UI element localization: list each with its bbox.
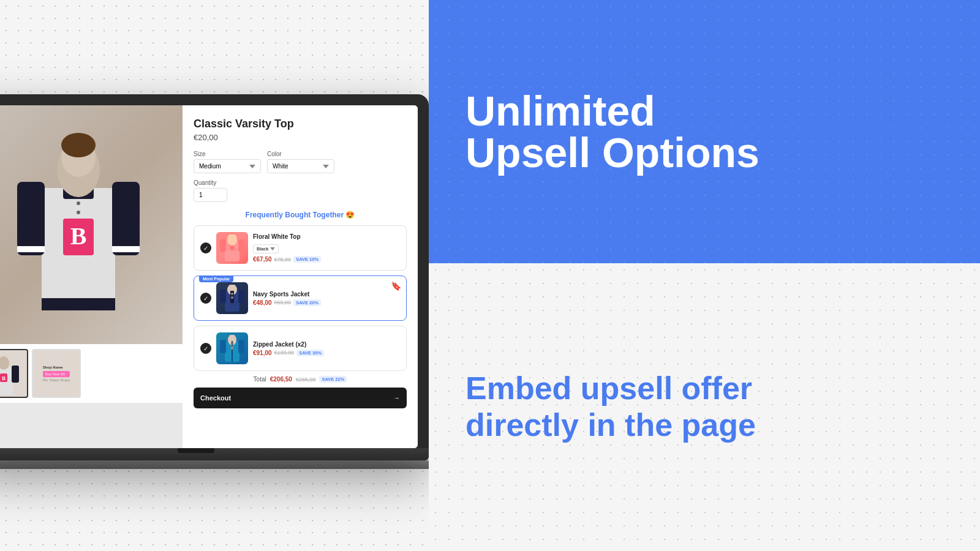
fbt-item-3: Zipped Jacket (x2) €91,00 €130,00 SAVE 3… [194,326,407,371]
laptop-screen: B [0,105,418,448]
jacket-svg: B [17,127,140,323]
fbt-name-2: Navy Sports Jacket [253,291,400,298]
laptop-base [0,448,429,460]
checkout-label: Checkout [200,394,231,402]
most-popular-badge: Most Popular [199,276,233,282]
laptop-foot [0,460,429,469]
fbt-total-old: €265,00 [296,377,316,383]
fbt-total-save: SAVE 22% [319,376,347,383]
product-images-column: B [0,105,183,448]
fbt-details-2: Navy Sports Jacket €48,00 €60,00 SAVE 20… [253,291,400,306]
thumbnail-row: B Shop Name Buy Now $5 PinTweetShare [0,344,183,403]
svg-rect-10 [112,246,140,252]
color-select[interactable]: White Black Blue [267,159,334,173]
svg-rect-1 [17,182,45,255]
svg-point-33 [231,296,233,299]
fbt-new-price-1: €67,50 [253,256,272,263]
svg-point-32 [231,293,233,295]
quantity-group: Quantity [194,179,407,202]
quantity-label: Quantity [194,179,407,186]
color-group: Color White Black Blue [267,151,334,173]
fbt-new-price-2: €48,00 [253,299,272,306]
fbt-details-3: Zipped Jacket (x2) €91,00 €130,00 SAVE 3… [253,341,400,356]
bookmark-icon: 🔖 [391,281,401,291]
fbt-save-2: SAVE 20% [293,299,321,306]
svg-point-13 [61,133,96,157]
svg-rect-21 [220,239,226,252]
fbt-name-1: Floral White Top [253,233,400,240]
right-panel: Unlimited Upsell Options Embed upsell of… [429,0,980,551]
fbt-img-3 [216,332,248,364]
product-title: Classic Varsity Top [194,118,407,130]
fbt-total-row: Total €206,50 €265,00 SAVE 22% [194,376,407,383]
svg-point-7 [77,211,80,214]
right-top-text: Unlimited Upsell Options [466,90,760,173]
size-group: Size Medium Small Large XL [194,151,261,173]
headline-embed-line2: directly in the page [466,407,756,444]
headline-embed-line1: Embed upsell offer [466,370,756,407]
size-label: Size [194,151,261,157]
svg-text:B: B [2,375,6,381]
fbt-save-3: SAVE 30% [296,350,324,356]
size-select[interactable]: Medium Small Large XL [194,159,261,173]
fbt-save-1: SAVE 10% [293,256,321,263]
quantity-input[interactable] [194,188,227,202]
fbt-section: Frequently Bought Together 😍 [194,211,407,408]
fbt-item-2: Most Popular [194,276,407,321]
svg-point-6 [77,201,80,205]
fbt-item-1: Floral White Top Black White €67,50 €75,… [194,225,407,271]
svg-rect-22 [238,239,244,252]
fbt-check-2[interactable] [200,293,211,304]
fbt-total-label: Total [254,376,266,383]
thumb-buy-btn[interactable]: Buy Now $5 [43,371,70,377]
svg-text:B: B [70,222,87,250]
checkout-button[interactable]: Checkout → [194,388,407,408]
right-bottom-text: Embed upsell offer directly in the page [466,370,756,444]
fbt-name-3: Zipped Jacket (x2) [253,341,400,348]
fbt-old-price-2: €60,00 [274,299,292,305]
laptop: B [0,94,429,460]
laptop-wrapper: B [0,94,429,469]
laptop-notch [178,448,214,453]
svg-rect-36 [238,340,244,353]
svg-rect-29 [238,290,244,303]
svg-point-25 [227,244,230,247]
svg-rect-9 [17,246,45,252]
fbt-variant-select-1[interactable]: Black White [253,244,279,253]
right-top-section: Unlimited Upsell Options [429,0,980,263]
fbt-check-3[interactable] [200,343,211,354]
fbt-details-1: Floral White Top Black White €67,50 €75,… [253,233,400,263]
color-label: Color [267,151,334,157]
svg-rect-39 [231,346,233,350]
headline-unlimited-line1: Unlimited [466,90,760,132]
svg-point-40 [231,342,233,345]
left-panel: B [0,0,429,551]
fbt-title: Frequently Bought Together 😍 [194,211,407,219]
fbt-old-price-1: €75,00 [274,257,292,263]
fbt-new-price-3: €91,00 [253,350,272,356]
headline-unlimited-line2: Upsell Options [466,132,760,173]
fbt-img-1 [216,232,248,264]
svg-point-24 [230,246,235,250]
svg-rect-16 [12,365,19,383]
thumbnail-1[interactable]: B [0,349,28,398]
svg-point-26 [234,248,238,252]
thumbnail-2[interactable]: Shop Name Buy Now $5 PinTweetShare [32,349,81,398]
right-bottom-section: Embed upsell offer directly in the page [429,263,980,551]
fbt-check-1[interactable] [200,242,211,253]
svg-rect-8 [42,298,115,310]
svg-rect-35 [220,340,226,353]
fbt-total-new: €206,50 [270,376,292,383]
checkout-arrow: → [393,394,400,402]
product-main-image: B [0,105,183,344]
svg-rect-2 [112,182,140,255]
fbt-img-2 [216,282,248,314]
thumbnail-jacket-svg: B [0,352,19,395]
product-price: €20,00 [194,133,407,142]
product-info-column: Classic Varsity Top €20,00 Size Medium S… [183,105,418,448]
svg-rect-28 [220,290,226,303]
fbt-old-price-3: €130,00 [274,350,295,356]
